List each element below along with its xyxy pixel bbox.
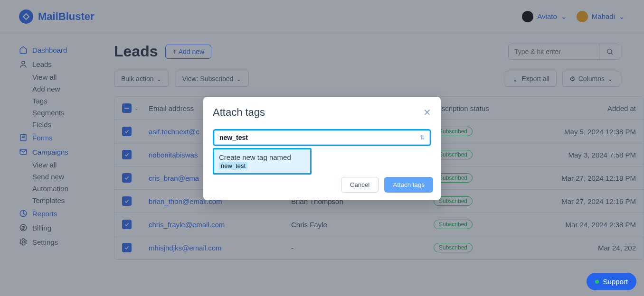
tag-input[interactable]: new_test ⇅: [213, 129, 431, 146]
tag-input-value: new_test: [219, 134, 248, 141]
support-button[interactable]: Support: [587, 273, 636, 290]
status-dot-icon: [595, 280, 599, 284]
attach-tags-button[interactable]: Attach tags: [384, 177, 433, 193]
close-icon[interactable]: ✕: [423, 107, 431, 118]
suggest-prefix: Create new tag named: [219, 153, 291, 161]
modal-title: Attach tags: [213, 106, 265, 119]
modal-overlay[interactable]: Attach tags ✕ new_test ⇅ Create new tag …: [0, 0, 644, 296]
cancel-button[interactable]: Cancel: [341, 177, 379, 193]
support-label: Support: [603, 278, 628, 286]
select-arrows-icon: ⇅: [420, 134, 425, 141]
attach-tags-modal: Attach tags ✕ new_test ⇅ Create new tag …: [203, 97, 441, 200]
create-tag-suggestion[interactable]: Create new tag named new_test: [213, 148, 312, 175]
suggest-tag: new_test: [219, 162, 247, 169]
